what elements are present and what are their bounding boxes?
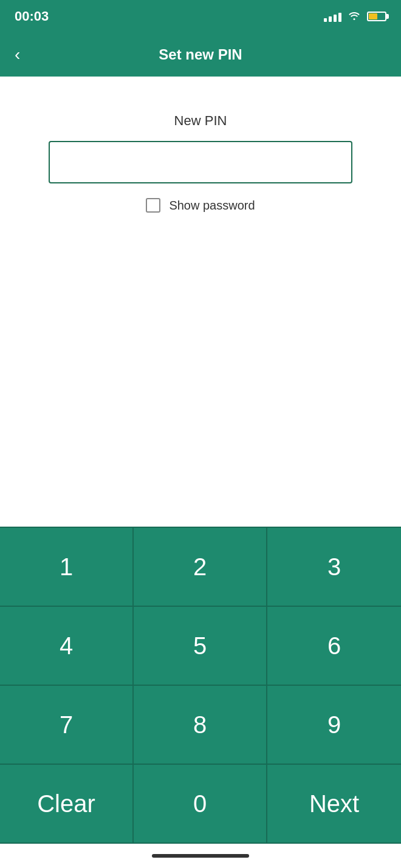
key-clear-button[interactable]: Clear [0, 765, 134, 844]
key-9-button[interactable]: 9 [267, 686, 401, 765]
show-password-checkbox[interactable] [146, 198, 160, 213]
page-title: Set new PIN [159, 46, 242, 63]
signal-icon [324, 11, 341, 22]
key-4-button[interactable]: 4 [0, 607, 134, 686]
pin-input-wrapper [49, 141, 352, 183]
home-bar [152, 854, 249, 858]
pin-label: New PIN [174, 113, 227, 129]
key-next-button[interactable]: Next [267, 765, 401, 844]
key-2-button[interactable]: 2 [134, 528, 267, 607]
pin-input[interactable] [49, 141, 352, 183]
status-bar: 00:03 [0, 0, 401, 33]
show-password-label[interactable]: Show password [169, 199, 255, 213]
key-8-button[interactable]: 8 [134, 686, 267, 765]
home-indicator [0, 844, 401, 868]
key-3-button[interactable]: 3 [267, 528, 401, 607]
key-5-button[interactable]: 5 [134, 607, 267, 686]
main-content: New PIN Show password [0, 77, 401, 527]
key-6-button[interactable]: 6 [267, 607, 401, 686]
key-7-button[interactable]: 7 [0, 686, 134, 765]
show-password-row: Show password [146, 198, 255, 213]
back-button[interactable]: ‹ [15, 46, 20, 63]
status-icons [324, 10, 386, 24]
key-1-button[interactable]: 1 [0, 528, 134, 607]
battery-icon [367, 12, 386, 21]
wifi-icon [348, 10, 361, 24]
status-time: 00:03 [15, 9, 49, 24]
header: ‹ Set new PIN [0, 33, 401, 77]
keypad: 123456789Clear0Next [0, 527, 401, 844]
key-0-button[interactable]: 0 [134, 765, 267, 844]
